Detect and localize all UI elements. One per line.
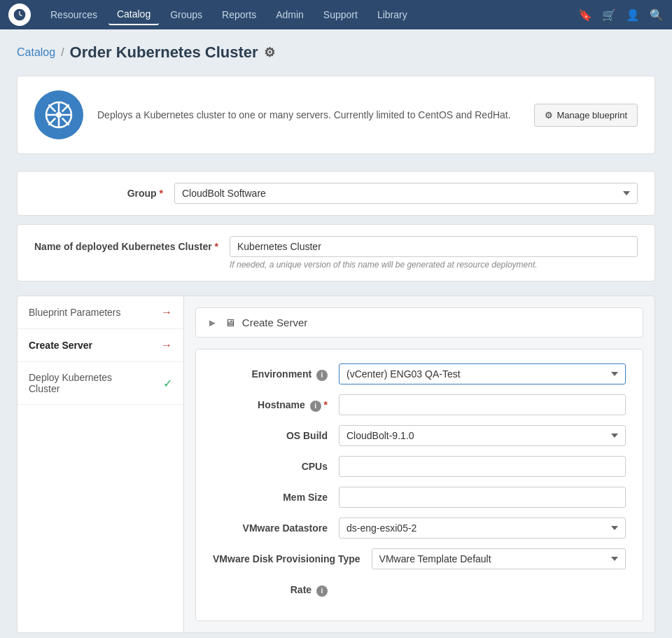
cpus-control bbox=[339, 456, 626, 477]
main-layout: Blueprint Parameters → Create Server → D… bbox=[17, 296, 655, 633]
environment-select[interactable]: (vCenter) ENG03 QA-Test bbox=[339, 363, 626, 384]
section-title: Create Server bbox=[242, 317, 307, 328]
group-label: Group * bbox=[34, 183, 174, 199]
rate-field-row: Rate i bbox=[213, 579, 626, 597]
memsize-label: Mem Size bbox=[213, 487, 339, 503]
nav-reports[interactable]: Reports bbox=[214, 5, 265, 25]
settings-icon[interactable]: ⚙ bbox=[264, 45, 275, 60]
name-label: Name of deployed Kubernetes Cluster * bbox=[34, 236, 230, 252]
sidebar-item-create-server[interactable]: Create Server → bbox=[18, 329, 183, 362]
vmware-disk-field-row: VMware Disk Provisioning Type VMware Tem… bbox=[213, 548, 626, 569]
environment-field-row: Environment i (vCenter) ENG03 QA-Test bbox=[213, 363, 626, 384]
server-icon: 🖥 bbox=[225, 317, 235, 328]
memsize-input[interactable] bbox=[339, 487, 626, 508]
page-title: Order Kubernetes Cluster ⚙ bbox=[70, 43, 275, 62]
hostname-control bbox=[339, 394, 626, 415]
nav-library[interactable]: Library bbox=[369, 5, 416, 25]
sidebar: Blueprint Parameters → Create Server → D… bbox=[17, 296, 183, 633]
memsize-field-row: Mem Size bbox=[213, 487, 626, 508]
user-icon[interactable]: 👤 bbox=[626, 8, 640, 22]
group-control: CloudBolt Software bbox=[174, 183, 638, 204]
create-server-form: Environment i (vCenter) ENG03 QA-Test Ho… bbox=[195, 349, 643, 621]
sidebar-item-deploy-kubernetes[interactable]: Deploy Kubernetes Cluster ✓ bbox=[18, 362, 183, 405]
sidebar-item-blueprint-parameters[interactable]: Blueprint Parameters → bbox=[18, 296, 183, 329]
svg-line-10 bbox=[48, 118, 55, 125]
osbuild-select[interactable]: CloudBolt-9.1.0 bbox=[339, 425, 626, 446]
nav-groups[interactable]: Groups bbox=[162, 5, 211, 25]
osbuild-field-row: OS Build CloudBolt-9.1.0 bbox=[213, 425, 626, 446]
arrow-right-icon: → bbox=[161, 306, 172, 319]
breadcrumb-catalog-link[interactable]: Catalog bbox=[17, 46, 55, 59]
manage-blueprint-button[interactable]: ⚙ Manage blueprint bbox=[534, 104, 638, 127]
create-server-section-header[interactable]: ► 🖥 Create Server bbox=[195, 307, 643, 338]
environment-control: (vCenter) ENG03 QA-Test bbox=[339, 363, 626, 384]
svg-line-7 bbox=[48, 104, 55, 111]
rate-label: Rate i bbox=[213, 579, 339, 597]
hostname-info-icon[interactable]: i bbox=[310, 401, 321, 412]
bookmark-icon[interactable]: 🔖 bbox=[578, 8, 592, 22]
name-hint: If needed, a unique version of this name… bbox=[230, 260, 638, 270]
search-icon[interactable]: 🔍 bbox=[650, 8, 664, 22]
hostname-field-row: Hostname i * bbox=[213, 394, 626, 415]
cpus-input[interactable] bbox=[339, 456, 626, 477]
arrow-right-icon-active: → bbox=[161, 339, 172, 352]
vmware-disk-control: VMware Template Default bbox=[372, 548, 626, 569]
check-icon: ✓ bbox=[163, 377, 172, 390]
nav-support[interactable]: Support bbox=[315, 5, 366, 25]
nav-admin[interactable]: Admin bbox=[267, 5, 312, 25]
hostname-label: Hostname i * bbox=[213, 394, 339, 412]
kubernetes-icon bbox=[34, 90, 83, 139]
blueprint-description: Deploys a Kubernetes cluster to one or m… bbox=[97, 108, 520, 123]
nav-items: Resources Catalog Groups Reports Admin S… bbox=[42, 4, 578, 25]
top-navigation: Resources Catalog Groups Reports Admin S… bbox=[0, 0, 672, 29]
nav-catalog[interactable]: Catalog bbox=[108, 4, 159, 25]
cpus-label: CPUs bbox=[213, 456, 339, 472]
breadcrumb-separator: / bbox=[61, 46, 64, 59]
name-control: If needed, a unique version of this name… bbox=[230, 236, 638, 270]
osbuild-label: OS Build bbox=[213, 425, 339, 441]
vmware-datastore-label: VMware Datastore bbox=[213, 518, 339, 534]
svg-point-2 bbox=[56, 112, 62, 118]
cart-icon[interactable]: 🛒 bbox=[602, 8, 616, 22]
hostname-input[interactable] bbox=[339, 394, 626, 415]
blueprint-card: Deploys a Kubernetes cluster to one or m… bbox=[17, 76, 655, 154]
logo[interactable] bbox=[8, 4, 31, 26]
vmware-datastore-select[interactable]: ds-eng-esxi05-2 bbox=[339, 518, 626, 539]
osbuild-control: CloudBolt-9.1.0 bbox=[339, 425, 626, 446]
memsize-control bbox=[339, 487, 626, 508]
vmware-disk-select[interactable]: VMware Template Default bbox=[372, 548, 626, 569]
rate-info-icon[interactable]: i bbox=[316, 585, 328, 597]
vmware-datastore-control: ds-eng-esxi05-2 bbox=[339, 518, 626, 539]
svg-line-8 bbox=[62, 118, 69, 125]
vmware-datastore-field-row: VMware Datastore ds-eng-esxi05-2 bbox=[213, 518, 626, 539]
page-wrapper: Catalog / Order Kubernetes Cluster ⚙ De bbox=[0, 29, 672, 638]
vmware-disk-label: VMware Disk Provisioning Type bbox=[213, 548, 372, 564]
svg-line-9 bbox=[62, 104, 69, 111]
name-field-row: Name of deployed Kubernetes Cluster * If… bbox=[17, 224, 655, 282]
cpus-field-row: CPUs bbox=[213, 456, 626, 477]
group-select[interactable]: CloudBolt Software bbox=[174, 183, 638, 204]
group-field-row: Group * CloudBolt Software bbox=[17, 171, 655, 216]
footer-actions: Cancel and Go Back Submit bbox=[17, 633, 655, 639]
nav-icon-area: 🔖 🛒 👤 🔍 bbox=[578, 8, 664, 22]
expand-icon: ► bbox=[207, 317, 218, 328]
environment-info-icon[interactable]: i bbox=[316, 370, 328, 381]
environment-label: Environment i bbox=[213, 363, 339, 381]
breadcrumb: Catalog / Order Kubernetes Cluster ⚙ bbox=[17, 43, 655, 62]
gear-icon: ⚙ bbox=[545, 110, 553, 120]
main-panel: ► 🖥 Create Server Environment i (vCenter… bbox=[183, 296, 655, 633]
name-input[interactable] bbox=[230, 236, 638, 257]
nav-resources[interactable]: Resources bbox=[42, 5, 106, 25]
